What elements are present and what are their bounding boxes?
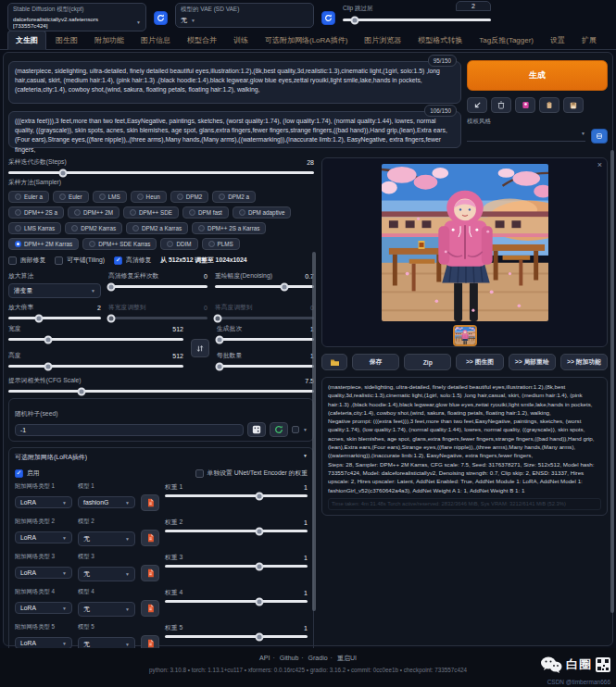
refresh-vae-button[interactable]: [321, 11, 335, 25]
steps-slider[interactable]: [8, 171, 314, 174]
tiling-checkbox[interactable]: 可平铺(Tiling): [55, 256, 105, 265]
lora-model-dropdown[interactable]: 无▼: [78, 602, 135, 617]
denoising-slider[interactable]: [215, 285, 314, 288]
clear-prompt-button[interactable]: [491, 97, 511, 113]
lora-model-file-button[interactable]: [141, 494, 159, 511]
gradio-link[interactable]: Gradio: [308, 655, 328, 661]
sampler-option[interactable]: LMS Karras: [8, 222, 61, 234]
sampler-option[interactable]: DPM++ 2S a Karras: [192, 222, 266, 234]
lora-enable-checkbox[interactable]: ✓启用: [15, 468, 40, 478]
sampler-option[interactable]: DPM fast: [182, 206, 229, 219]
negative-prompt-input[interactable]: 106/150 (((extra feet))),3 feet,more tha…: [8, 111, 461, 148]
sampler-option[interactable]: DPM2 Karras: [65, 222, 122, 234]
lora-weight-slider[interactable]: [165, 530, 308, 532]
zip-button[interactable]: Zip: [404, 354, 451, 370]
sampler-option[interactable]: DPM2 a: [212, 191, 256, 203]
resize-height-slider[interactable]: [215, 317, 314, 319]
sampler-option[interactable]: PLMS: [202, 238, 240, 250]
batch-size-slider[interactable]: [217, 365, 314, 368]
lora-type-dropdown[interactable]: LoRA▼: [15, 567, 72, 579]
random-seed-button[interactable]: [247, 422, 266, 437]
sampler-option-selected[interactable]: DPM++ 2M Karras: [8, 238, 79, 250]
tab-png-info[interactable]: 图片信息: [133, 31, 178, 49]
steps-value[interactable]: 28: [307, 159, 314, 166]
tab-train[interactable]: 训练: [226, 31, 256, 49]
seed-input[interactable]: -1: [15, 424, 244, 436]
lora-type-dropdown[interactable]: LoRA▼: [15, 531, 72, 543]
height-slider[interactable]: [8, 365, 183, 368]
style-dropdown[interactable]: ▼: [467, 131, 585, 142]
prompt-input[interactable]: 95/150 (masterpiece, sidelighting, ultra…: [8, 61, 461, 104]
tab-checkpoint-merger[interactable]: 模型合并: [180, 31, 224, 49]
paste-prompt-button[interactable]: [539, 97, 559, 113]
lora-model-file-button[interactable]: [141, 600, 159, 617]
tab-image-browser[interactable]: 图片浏览器: [357, 31, 409, 49]
upscale-by-slider[interactable]: [8, 317, 101, 319]
generated-image[interactable]: [382, 164, 548, 321]
resize-width-slider[interactable]: [108, 317, 207, 319]
sampler-option[interactable]: LMS: [93, 191, 127, 203]
sampler-option[interactable]: Euler a: [8, 191, 49, 203]
send-to-inpaint-button[interactable]: >> 局部重绘: [509, 354, 556, 370]
cfg-slider[interactable]: [8, 390, 314, 393]
sampler-option[interactable]: DPM++ 2M: [68, 206, 119, 219]
lora-model-file-button[interactable]: [141, 565, 159, 581]
width-slider[interactable]: [8, 338, 183, 341]
tab-additional-networks[interactable]: 可选附加网络(LoRA插件): [258, 31, 355, 49]
refresh-checkpoint-button[interactable]: [154, 11, 168, 25]
api-link[interactable]: API: [259, 655, 270, 661]
tab-txt2img[interactable]: 文生图: [7, 31, 46, 50]
restart-ui-link[interactable]: 重启UI: [337, 655, 357, 661]
save-style-button[interactable]: [563, 97, 584, 113]
sampler-option[interactable]: DPM2: [170, 191, 209, 203]
face-restore-checkbox[interactable]: 面部修复: [8, 256, 45, 265]
github-link[interactable]: Github: [280, 655, 299, 661]
gallery-thumbnail[interactable]: [453, 325, 477, 346]
read-params-button[interactable]: [467, 97, 487, 113]
tab-model-converter[interactable]: 模型格式转换: [410, 31, 470, 49]
hires-fix-checkbox[interactable]: ✓高清修复: [114, 256, 151, 265]
tab-extras[interactable]: 附加功能: [87, 31, 132, 49]
separate-weights-checkbox[interactable]: 单独设置 UNet/Text Encoder 的权重: [195, 468, 308, 478]
lora-type-dropdown[interactable]: LoRA▼: [15, 496, 72, 508]
open-folder-button[interactable]: [321, 354, 347, 370]
reuse-seed-button[interactable]: [270, 422, 288, 437]
swap-dimensions-button[interactable]: [191, 339, 209, 357]
settings-scrollbar[interactable]: [312, 252, 316, 611]
tab-tagger[interactable]: Tag反推(Tagger): [471, 31, 541, 49]
send-to-img2img-button[interactable]: >> 图生图: [456, 354, 503, 370]
sampler-option[interactable]: Heun: [131, 191, 167, 203]
lora-weight-slider[interactable]: [165, 600, 308, 603]
style-card-button[interactable]: [515, 97, 535, 113]
tab-img2img[interactable]: 图生图: [48, 31, 85, 49]
sampler-option[interactable]: DPM++ SDE: [123, 206, 179, 219]
close-icon[interactable]: ×: [597, 160, 602, 169]
send-to-extras-button[interactable]: >> 附加功能: [560, 354, 608, 370]
clip-skip-value[interactable]: 2: [456, 1, 491, 11]
tab-settings[interactable]: 设置: [543, 31, 572, 49]
sampler-option[interactable]: DPM adaptive: [233, 206, 292, 219]
extra-seed-checkbox[interactable]: [292, 426, 299, 433]
lora-weight-slider[interactable]: [165, 565, 308, 568]
vae-dropdown[interactable]: 模型的 VAE (SD VAE) 无▼: [175, 3, 314, 28]
generate-button[interactable]: 生成: [467, 60, 608, 91]
batch-count-slider[interactable]: [217, 338, 314, 341]
sampler-option[interactable]: DPM++ 2S a: [8, 206, 64, 219]
lora-model-dropdown[interactable]: 无▼: [78, 567, 135, 581]
upscaler-dropdown[interactable]: 潜变量▼: [8, 283, 101, 298]
lora-weight-slider[interactable]: [165, 635, 308, 638]
lora-weight-slider[interactable]: [165, 494, 308, 497]
additional-networks-header[interactable]: 可选附加网络(LoRA插件)▼: [15, 453, 308, 462]
lora-type-dropdown[interactable]: LoRA▼: [15, 602, 72, 614]
page-scrollbar[interactable]: [610, 150, 614, 613]
sampler-option[interactable]: DPM++ SDE Karras: [82, 238, 157, 250]
save-image-button[interactable]: 保存: [352, 354, 399, 370]
clip-skip-slider[interactable]: [343, 19, 491, 21]
lora-model-dropdown[interactable]: 无▼: [78, 531, 135, 546]
sampler-option[interactable]: Euler: [53, 191, 89, 203]
apply-style-button[interactable]: [591, 129, 608, 144]
tab-extensions[interactable]: 扩展: [574, 31, 604, 49]
sampler-option[interactable]: DDIM: [160, 238, 197, 250]
hires-steps-slider[interactable]: [108, 285, 207, 288]
checkpoint-dropdown[interactable]: Stable Diffusion 模型(ckpt) dalceforealist…: [7, 3, 146, 31]
